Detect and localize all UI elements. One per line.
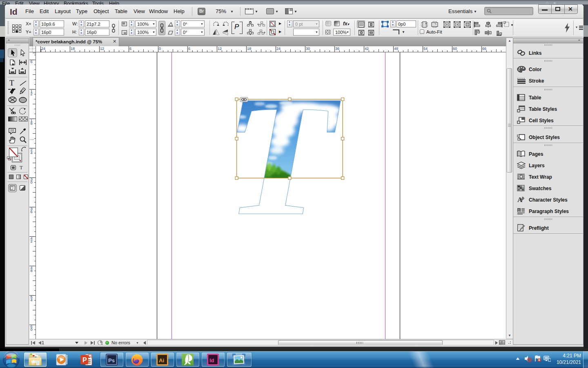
svg-text:P: P [82,357,87,364]
svg-text:Id: Id [209,357,214,364]
svg-text:T: T [224,60,343,251]
svg-text:Ps: Ps [108,357,115,364]
svg-text:1: 1 [518,208,520,213]
svg-text:Ai: Ai [159,357,164,364]
